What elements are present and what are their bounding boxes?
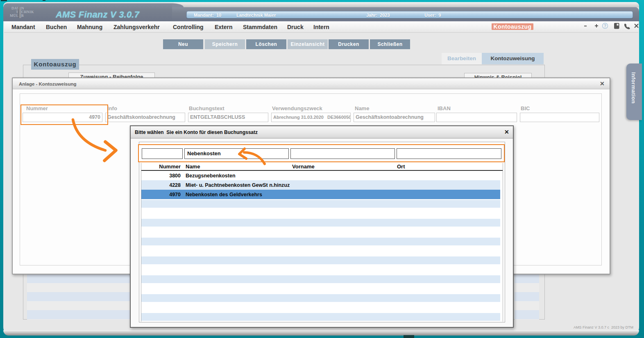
svg-text:?: ? [604, 23, 606, 28]
